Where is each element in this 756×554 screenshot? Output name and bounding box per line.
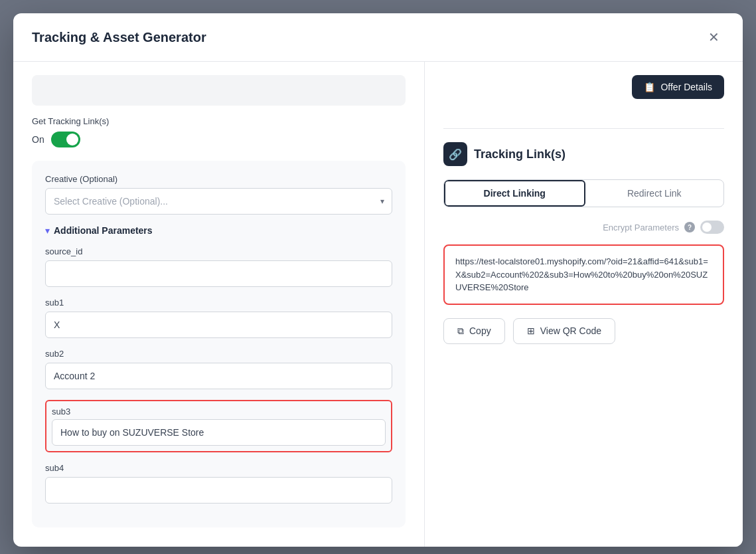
qr-label: View QR Code [540,325,601,336]
modal-header: Tracking & Asset Generator ✕ [13,13,743,62]
source-id-label: source_id [45,246,392,256]
close-icon: ✕ [708,29,719,45]
right-panel: 📋 Offer Details 🔗 Tracking Link(s) Direc… [425,62,743,547]
sub3-wrapper: sub3 [45,400,392,452]
tab-direct-linking[interactable]: Direct Linking [444,180,585,207]
link-icon: 🔗 [449,148,462,161]
tracking-links-header: 🔗 Tracking Link(s) [443,142,724,166]
toggle-on-label: On [32,134,44,145]
toggle-section: Get Tracking Link(s) On [32,116,406,147]
creative-select-wrapper: Select Creative (Optional)... ▾ [45,188,392,215]
tracking-toggle[interactable] [51,132,80,147]
encrypt-label: Encrypt Parameters [603,223,679,232]
sub1-label: sub1 [45,298,392,308]
tab-redirect-link[interactable]: Redirect Link [585,180,724,207]
view-qr-code-button[interactable]: ⊞ View QR Code [513,318,615,344]
copy-icon: ⧉ [457,325,464,337]
toggle-slider [51,132,80,147]
additional-params-title: Additional Parameters [54,225,153,236]
offer-details-button[interactable]: 📋 Offer Details [632,75,724,99]
modal-title: Tracking & Asset Generator [32,30,206,45]
chevron-icon: ▾ [45,225,50,236]
tracking-links-title: Tracking Link(s) [474,147,566,161]
creative-label: Creative (Optional) [45,174,392,184]
sub4-input[interactable] [45,477,392,504]
top-bar-placeholder [32,75,406,106]
qr-icon: ⊞ [527,325,535,336]
tracking-links-icon: 🔗 [443,142,467,166]
url-box: https://test-localstore01.myshopify.com/… [443,244,724,305]
encrypt-toggle[interactable] [700,221,724,234]
offer-details-icon: 📋 [644,82,655,92]
sub2-input[interactable] [45,363,392,389]
sub2-group: sub2 [45,349,392,389]
encrypt-row: Encrypt Parameters ? [443,221,724,234]
divider [443,128,724,129]
additional-params-header[interactable]: ▾ Additional Parameters [45,225,392,236]
left-panel: Get Tracking Link(s) On Creative (Option… [13,62,425,547]
sub3-input[interactable] [52,419,386,446]
sub1-group: sub1 [45,298,392,338]
sub3-label: sub3 [52,407,386,416]
modal-body: Get Tracking Link(s) On Creative (Option… [13,62,743,547]
creative-group: Creative (Optional) Select Creative (Opt… [45,174,392,215]
copy-label: Copy [469,325,491,336]
url-text: https://test-localstore01.myshopify.com/… [455,256,708,292]
toggle-section-label: Get Tracking Link(s) [32,116,406,126]
offer-details-label: Offer Details [660,82,712,92]
creative-select[interactable]: Select Creative (Optional)... [45,188,392,215]
sub2-label: sub2 [45,349,392,359]
encrypt-slider [700,221,724,234]
sub1-input[interactable] [45,312,392,338]
copy-button[interactable]: ⧉ Copy [443,318,505,344]
sub4-label: sub4 [45,463,392,473]
source-id-input[interactable] [45,260,392,287]
info-icon[interactable]: ? [684,222,695,232]
offer-details-row: 📋 Offer Details [443,75,724,115]
link-type-tabs: Direct Linking Redirect Link [443,179,724,207]
toggle-row: On [32,132,406,147]
form-card: Creative (Optional) Select Creative (Opt… [32,161,406,527]
close-button[interactable]: ✕ [703,27,724,48]
action-buttons: ⧉ Copy ⊞ View QR Code [443,318,724,344]
sub4-group: sub4 [45,463,392,504]
modal: Tracking & Asset Generator ✕ Get Trackin… [13,13,743,547]
source-id-group: source_id [45,246,392,287]
